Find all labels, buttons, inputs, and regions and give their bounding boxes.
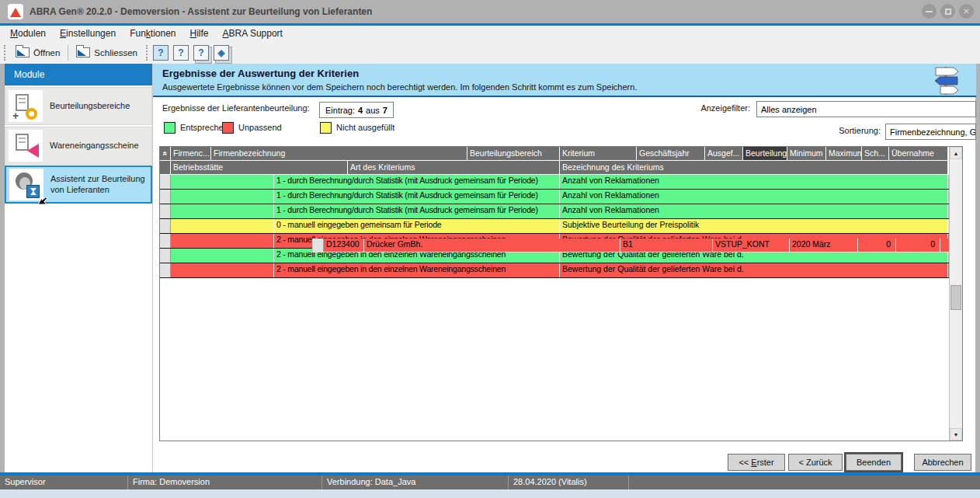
record-sub-row[interactable]: 1 - durch Berechnung/durch Statistik (mi… — [160, 190, 949, 204]
close-module-button[interactable]: Schliessen — [71, 45, 142, 60]
window-bottom-border — [0, 489, 980, 498]
back-button[interactable]: < Zurück — [788, 454, 843, 471]
finish-button[interactable]: Beenden — [846, 454, 902, 471]
col-header-betriebsstaette[interactable]: Betriebsstätte — [171, 161, 348, 175]
assessment-areas-icon: + — [9, 90, 43, 122]
help-topics-button[interactable]: ? — [193, 45, 209, 61]
menu-item-einstellungen[interactable]: Einstellungen — [53, 26, 123, 40]
cell-art[interactable]: 2 - manuell eingegeben in den einzelnen … — [274, 263, 560, 277]
mouse-cursor-icon — [37, 195, 47, 205]
maximize-button[interactable] — [940, 4, 955, 19]
window-controls: ✕ — [922, 4, 974, 19]
cell-betriebsstaette[interactable] — [171, 234, 274, 248]
col-header-minimum[interactable]: Minimum — [787, 147, 826, 161]
row-gutter[interactable] — [160, 234, 171, 248]
record-sub-row[interactable]: 1 - durch Berechnung/durch Statistik (mi… — [160, 204, 949, 218]
col-header-kriterium[interactable]: Kriterium — [560, 147, 637, 161]
open-folder-icon — [16, 47, 30, 57]
row-gutter[interactable] — [313, 239, 324, 252]
cell-kriterium[interactable]: VSTUP_KONT — [713, 239, 790, 252]
cell-name[interactable]: Drücker GmBh. — [364, 239, 620, 252]
cell-betriebsstaette[interactable] — [171, 263, 274, 277]
menu-item-funktionen[interactable]: Funktionen — [123, 26, 182, 40]
record-sub-row[interactable]: 0 - manuell eingegeben gemeinsam für Per… — [160, 219, 949, 233]
record-main-row[interactable]: D123400Drücker GmBh.B1VSTUP_KONT2020 Mär… — [312, 239, 949, 252]
cell-art[interactable]: 1 - durch Berechnung/durch Statistik (mi… — [274, 175, 560, 189]
toolbar-grip[interactable] — [4, 45, 7, 61]
col-header-bezeichnung[interactable]: Bezeichnung des Kriteriums — [560, 161, 948, 175]
toolbar-grip-2[interactable] — [146, 45, 149, 61]
entry-total: 7 — [383, 106, 387, 115]
row-gutter[interactable] — [160, 263, 171, 277]
scroll-up-button[interactable]: ▲ — [950, 147, 962, 159]
menu-item-hilfe[interactable]: Hilfe — [183, 26, 216, 40]
row-gutter[interactable] — [160, 190, 171, 204]
record-sub-row[interactable]: 1 - durch Berechnung/durch Statistik (mi… — [160, 175, 949, 189]
scrollbar-thumb[interactable] — [950, 285, 961, 310]
col-header-ausgefuellt[interactable]: Ausgef... — [705, 147, 743, 161]
status-bar: Supervisor Firma: Demoversion Verbindung… — [0, 475, 980, 489]
cell-betriebsstaette[interactable] — [171, 219, 274, 233]
legend-red-swatch — [222, 122, 234, 134]
first-button[interactable]: << Erster — [728, 454, 785, 471]
about-icon: ◈ — [217, 47, 224, 58]
open-button[interactable]: Öffnen — [11, 45, 64, 60]
collapse-all-button[interactable]: « — [160, 147, 171, 161]
legend-yellow-swatch — [320, 122, 332, 134]
col-header-geschaeftsjahr[interactable]: Geschäftsjahr — [637, 147, 705, 161]
legend-yellow-label: Nicht ausgefüllt — [336, 123, 394, 132]
cell-betriebsstaette[interactable] — [171, 190, 274, 204]
menu-item-modulen[interactable]: Modulen — [3, 26, 53, 40]
cell-bezeichnung[interactable]: Bewertung der Qualität der gelieferten W… — [560, 263, 948, 277]
cell-bezeichnung[interactable]: Anzahl von Reklamationen — [560, 204, 948, 218]
abra-logo-icon — [8, 4, 23, 19]
context-help-button[interactable]: ? — [173, 45, 189, 61]
sidebar-item-beurteilungsbereiche[interactable]: + Beurteilungsbereiche — [5, 87, 152, 125]
collapse-icon: « — [161, 151, 169, 155]
row-gutter[interactable] — [160, 249, 171, 263]
col-header-schwelle[interactable]: Sch... — [862, 147, 889, 161]
cancel-button[interactable]: Abbrechen — [914, 454, 971, 471]
col-header-uebernahme[interactable]: Übernahme — [889, 147, 948, 161]
cell-betriebsstaette[interactable] — [171, 249, 274, 263]
cell-ausgef[interactable]: 0 — [858, 239, 896, 252]
table-record: D123400Drücker GmBh.B1VSTUP_KONT2020 Mär… — [160, 263, 949, 278]
cell-minimum[interactable]: 0 — [940, 239, 949, 252]
help-button[interactable]: ? — [153, 45, 169, 61]
cell-bezeichnung[interactable]: Anzahl von Reklamationen — [560, 175, 948, 189]
cell-bezeichnung[interactable]: Subjektive Beurteilung der Preispolitik — [560, 219, 948, 233]
cell-art[interactable]: 0 - manuell eingegeben gemeinsam für Per… — [274, 219, 560, 233]
cell-art[interactable]: 1 - durch Berechnung/durch Statistik (mi… — [274, 190, 560, 204]
col-header-beurteilung[interactable]: Beurteilung — [743, 147, 787, 161]
scroll-down-button[interactable]: ▼ — [950, 428, 962, 441]
close-button[interactable]: ✕ — [959, 4, 974, 19]
col-header-beurteilungsbereich[interactable]: Beurteilungsbereich — [467, 147, 560, 161]
col-header-art[interactable]: Art des Kriteriums — [348, 161, 560, 175]
cell-jahr[interactable]: 2020 März — [790, 239, 858, 252]
row-gutter[interactable] — [160, 219, 171, 233]
col-header-firmenbezeichnung[interactable]: Firmenbezeichnung — [211, 147, 467, 161]
minimize-button[interactable] — [922, 4, 937, 19]
vertical-scrollbar[interactable]: ▲ ▼ — [949, 147, 962, 441]
row-gutter[interactable] — [160, 175, 171, 189]
cell-bezeichnung[interactable]: Anzahl von Reklamationen — [560, 190, 948, 204]
signpost-icon — [930, 65, 964, 98]
help-icon: ? — [158, 47, 163, 58]
col-header-firmencode[interactable]: Firmenc... — [171, 147, 211, 161]
menu-item-abra-support[interactable]: ABRA Support — [216, 26, 290, 40]
cell-betriebsstaette[interactable] — [171, 175, 274, 189]
row-gutter[interactable] — [160, 204, 171, 218]
cell-code[interactable]: D123400 — [324, 239, 364, 252]
results-label: Ergebnisse der Lieferantenbeurteilung: — [162, 103, 310, 113]
about-button[interactable]: ◈ — [214, 45, 229, 61]
cell-art[interactable]: 1 - durch Berechnung/durch Statistik (mi… — [274, 204, 560, 218]
record-sub-row[interactable]: 2 - manuell eingegeben in den einzelnen … — [160, 263, 949, 277]
display-filter-select[interactable]: Alles anzeigen — [756, 101, 976, 117]
col-header-maximum[interactable]: Maximum — [826, 147, 862, 161]
sidebar-item-assistent[interactable]: Assistent zur Beurteilung von Lieferante… — [5, 165, 152, 204]
cell-betriebsstaette[interactable] — [171, 204, 274, 218]
cell-bereich[interactable]: B1 — [620, 239, 713, 252]
sidebar-item-wareneingangsscheine[interactable]: Wareneingangsscheine — [5, 127, 152, 165]
cell-beurteilung[interactable]: 0 — [896, 239, 940, 252]
sort-select[interactable]: Firmenbezeichnung, Ge — [885, 124, 976, 140]
